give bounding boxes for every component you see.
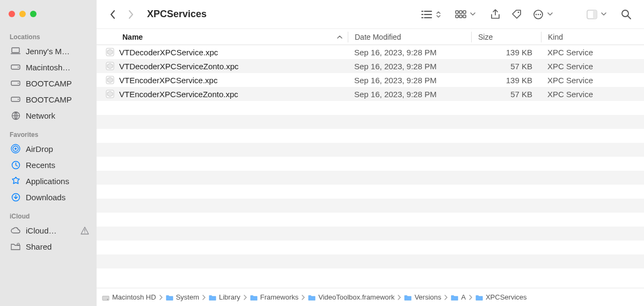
actions-menu[interactable] xyxy=(529,6,553,23)
path-separator-icon xyxy=(302,295,305,300)
file-row[interactable]: VTEncoderXPCService.xpcSep 16, 2023, 9:2… xyxy=(97,73,644,87)
xpc-file-icon xyxy=(105,75,115,85)
sidebar-item-network[interactable]: Network xyxy=(0,107,97,123)
sidebar-item-jennys-mac[interactable]: Jenny's M… xyxy=(0,43,97,59)
file-row[interactable]: VTDecoderXPCServiceZonto.xpcSep 16, 2023… xyxy=(97,59,644,73)
path-segment[interactable]: System xyxy=(166,293,199,301)
path-bar: Macintosh HDSystemLibraryFrameworksVideo… xyxy=(97,288,644,306)
fullscreen-window-button[interactable] xyxy=(30,11,36,17)
file-name: VTEncoderXPCServiceZonto.xpc xyxy=(119,90,238,99)
sidebar-item-applications[interactable]: Applications xyxy=(0,173,97,189)
column-header-kind[interactable]: Kind xyxy=(541,32,644,42)
folder-icon xyxy=(166,294,173,301)
path-segment[interactable]: Macintosh HD xyxy=(102,293,156,301)
sidebar-item-bootcamp-2[interactable]: BOOTCAMP xyxy=(0,91,97,107)
svg-point-4 xyxy=(18,83,19,84)
empty-row xyxy=(97,213,644,227)
folder-icon xyxy=(308,294,316,301)
sidebar-item-label: Shared xyxy=(26,242,52,251)
globe-icon xyxy=(11,111,20,120)
svg-point-24 xyxy=(538,13,539,14)
applications-icon xyxy=(11,176,20,186)
svg-point-25 xyxy=(540,13,541,14)
hdd-icon xyxy=(11,78,20,88)
svg-rect-16 xyxy=(459,11,462,13)
view-list-control[interactable] xyxy=(418,6,441,23)
close-window-button[interactable] xyxy=(9,11,15,17)
inspector-toggle[interactable] xyxy=(583,6,606,23)
path-label: System xyxy=(176,293,199,301)
folder-icon xyxy=(475,294,483,301)
back-button[interactable] xyxy=(105,7,120,22)
sidebar-item-bootcamp-1[interactable]: BOOTCAMP xyxy=(0,75,97,91)
path-label: Versions xyxy=(414,293,441,301)
file-kind: XPC Service xyxy=(541,90,644,99)
file-row[interactable]: VTEncoderXPCServiceZonto.xpcSep 16, 2023… xyxy=(97,87,644,101)
sidebar-item-airdrop[interactable]: AirDrop xyxy=(0,141,97,157)
sidebar-heading: iCloud xyxy=(0,209,97,222)
sort-ascending-icon xyxy=(337,35,342,39)
path-separator-icon xyxy=(159,295,163,300)
svg-point-8 xyxy=(14,148,17,150)
path-segment[interactable]: VideoToolbox.framework xyxy=(308,293,394,301)
group-by-control[interactable] xyxy=(452,6,475,23)
svg-rect-17 xyxy=(463,11,466,13)
file-name: VTEncoderXPCService.xpc xyxy=(119,76,217,85)
file-row[interactable]: VTDecoderXPCService.xpcSep 16, 2023, 9:2… xyxy=(97,45,644,59)
empty-row xyxy=(97,185,644,199)
path-label: Macintosh HD xyxy=(112,293,156,301)
folder-icon xyxy=(250,294,258,301)
sidebar-heading: Favorites xyxy=(0,128,97,141)
path-segment[interactable]: Frameworks xyxy=(250,293,299,301)
path-segment[interactable]: A xyxy=(451,293,466,301)
inspector-icon xyxy=(583,6,601,23)
path-label: Frameworks xyxy=(260,293,299,301)
forward-button[interactable] xyxy=(123,7,138,22)
sidebar-item-shared[interactable]: Shared xyxy=(0,238,97,254)
svg-rect-20 xyxy=(463,15,466,18)
path-separator-icon xyxy=(398,295,401,300)
sidebar-item-label: Applications xyxy=(26,177,69,186)
sidebar-item-label: AirDrop xyxy=(26,144,53,154)
cloud-icon xyxy=(11,225,20,235)
file-date: Sep 16, 2023, 9:28 PM xyxy=(348,90,471,99)
updown-icon xyxy=(436,10,441,19)
column-header-date[interactable]: Date Modified xyxy=(348,32,471,42)
hdd-icon xyxy=(11,62,20,72)
path-segment[interactable]: XPCServices xyxy=(475,293,527,301)
file-name: VTDecoderXPCServiceZonto.xpc xyxy=(119,62,239,71)
empty-row xyxy=(97,143,644,157)
column-label: Name xyxy=(122,33,143,41)
empty-row xyxy=(97,241,644,254)
svg-rect-15 xyxy=(456,11,458,13)
path-label: Library xyxy=(219,293,240,301)
search-button[interactable] xyxy=(617,6,635,23)
minimize-window-button[interactable] xyxy=(19,11,26,17)
window-controls xyxy=(0,6,97,28)
path-label: A xyxy=(461,293,466,301)
sidebar-item-downloads[interactable]: Downloads xyxy=(0,189,97,205)
chevron-down-icon xyxy=(547,12,553,17)
sidebar-item-label: Macintosh… xyxy=(26,63,70,72)
sidebar-item-macintosh-hd[interactable]: Macintosh… xyxy=(0,59,97,75)
empty-row xyxy=(97,115,644,129)
hdd-icon xyxy=(11,94,20,104)
sidebar: Locations Jenny's M… Macintosh… BOOTCAMP… xyxy=(0,0,97,306)
share-button[interactable] xyxy=(486,6,504,23)
path-separator-icon xyxy=(444,295,448,300)
column-label: Date Modified xyxy=(355,33,401,41)
sidebar-item-icloud-drive[interactable]: iCloud… xyxy=(0,222,97,238)
column-header-name[interactable]: Name xyxy=(97,33,348,41)
column-header-size[interactable]: Size xyxy=(471,32,541,42)
folder-icon xyxy=(451,294,458,301)
toolbar: XPCServices xyxy=(97,0,644,29)
chevron-down-icon xyxy=(601,12,606,17)
path-segment[interactable]: Versions xyxy=(404,293,441,301)
shared-folder-icon xyxy=(11,242,20,251)
path-segment[interactable]: Library xyxy=(209,293,240,301)
sidebar-item-recents[interactable]: Recents xyxy=(0,157,97,173)
warning-icon xyxy=(80,227,89,235)
empty-row xyxy=(97,101,644,115)
airdrop-icon xyxy=(11,144,20,154)
tags-button[interactable] xyxy=(508,6,526,23)
